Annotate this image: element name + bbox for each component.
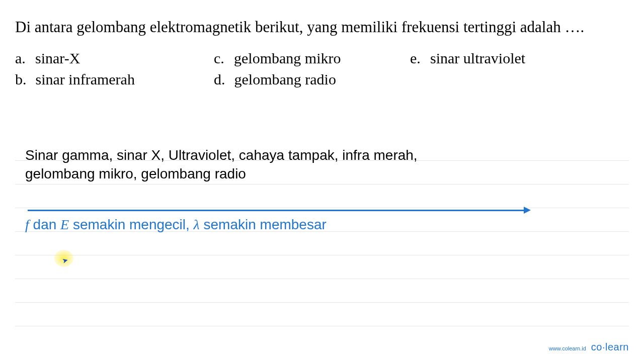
text-dan: dan [29, 217, 60, 232]
option-b: b. sinar inframerah [15, 71, 209, 88]
option-b-label: b. [15, 71, 27, 88]
option-e-label: e. [410, 50, 421, 67]
option-d-label: d. [214, 71, 225, 88]
option-a: a. sinar-X [15, 50, 209, 67]
option-c: c. gelombang mikro [214, 50, 405, 67]
arrow-line [28, 210, 526, 211]
var-f: f [25, 217, 29, 232]
arrow-diagram [28, 210, 526, 212]
option-e-text: sinar ultraviolet [430, 50, 525, 67]
option-a-text: sinar-X [35, 50, 80, 67]
footer-logo: co·learn [591, 341, 629, 353]
answer-line-1: Sinar gamma, sinar X, Ultraviolet, cahay… [25, 146, 418, 164]
explanation-text: f dan E semakin mengecil, λ semakin memb… [25, 217, 327, 233]
footer-url: www.colearn.id [549, 345, 586, 351]
footer: www.colearn.id co·learn [549, 341, 629, 353]
option-e: e. sinar ultraviolet [410, 50, 591, 67]
option-c-label: c. [214, 50, 225, 67]
var-lambda: λ [194, 217, 200, 232]
var-E: E [60, 217, 69, 232]
question-text: Di antara gelombang elektromagnetik beri… [15, 14, 629, 41]
lined-paper-area: Sinar gamma, sinar X, Ultraviolet, cahay… [15, 137, 629, 326]
text-part2: semakin membesar [200, 217, 327, 232]
option-c-text: gelombang mikro [234, 50, 341, 67]
option-b-text: sinar inframerah [36, 71, 135, 88]
option-d-text: gelombang radio [234, 71, 336, 88]
options-grid: a. sinar-X c. gelombang mikro e. sinar u… [15, 50, 629, 88]
option-a-label: a. [15, 50, 26, 67]
option-d: d. gelombang radio [214, 71, 405, 88]
text-part1: semakin mengecil, [69, 217, 193, 232]
arrow-head-icon [524, 207, 531, 214]
answer-line-2: gelombang mikro, gelombang radio [25, 165, 246, 183]
